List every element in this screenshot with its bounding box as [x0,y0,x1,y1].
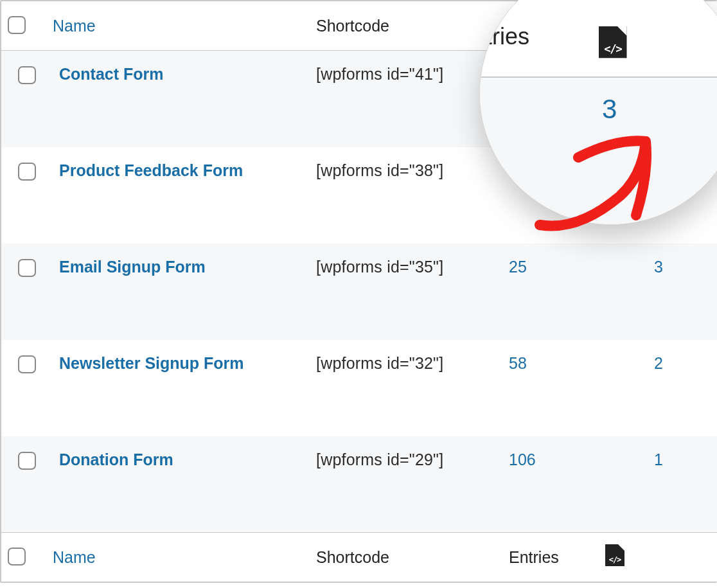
table-row: Email Signup Form[wpforms id="35"]253 [1,244,717,340]
row-checkbox[interactable] [18,355,36,373]
locations-link[interactable]: 3 [654,258,663,276]
row-checkbox[interactable] [18,452,36,470]
locations-link[interactable]: 2 [654,354,663,372]
form-shortcode: [wpforms id="32"] [310,340,502,436]
col-locations-footer [599,533,717,582]
code-file-icon [599,26,627,58]
col-entries-footer: Entries [502,533,599,582]
code-file-icon [605,544,624,566]
form-name-link[interactable]: Donation Form [59,450,173,468]
entries-link[interactable]: 58 [509,354,527,372]
table-row: Newsletter Signup Form[wpforms id="32"]5… [1,340,717,436]
row-checkbox[interactable] [18,66,36,84]
table-row: Donation Form[wpforms id="29"]1061 [1,436,717,533]
form-name-link[interactable]: Newsletter Signup Form [59,354,244,372]
table-footer-row: Name Shortcode Entries [1,533,717,582]
select-all-checkbox[interactable] [8,16,26,34]
form-shortcode: [wpforms id="38"] [310,147,502,244]
form-name-link[interactable]: Email Signup Form [59,258,206,276]
form-name-link[interactable]: Product Feedback Form [59,161,243,179]
row-checkbox[interactable] [18,259,36,277]
callout-highlight-value: 3 [602,94,617,125]
col-name-sort[interactable]: Name [53,17,96,35]
form-shortcode: [wpforms id="35"] [310,244,502,340]
col-name-sort-footer[interactable]: Name [53,548,96,566]
form-shortcode: [wpforms id="29"] [310,436,502,533]
form-name-link[interactable]: Contact Form [59,65,164,83]
entries-link[interactable]: 106 [509,450,536,468]
locations-link[interactable]: 1 [654,450,663,468]
row-checkbox[interactable] [18,163,36,181]
col-shortcode-header: Shortcode [310,1,502,51]
col-shortcode-footer: Shortcode [310,533,502,582]
form-shortcode: [wpforms id="41"] [310,51,502,147]
entries-link[interactable]: 25 [509,258,527,276]
select-all-checkbox-footer[interactable] [8,548,26,566]
